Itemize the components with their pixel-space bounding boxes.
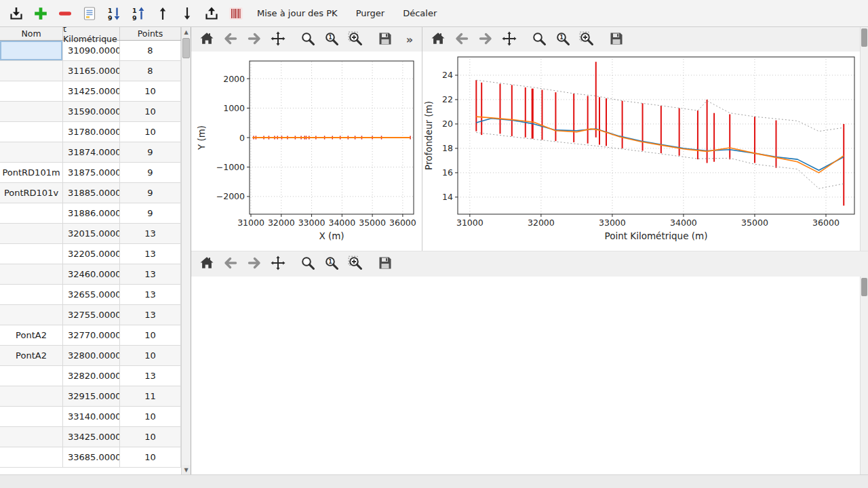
- table-cell[interactable]: [0, 285, 63, 305]
- table-row[interactable]: PontRD101v31885.00009: [0, 183, 181, 203]
- zoom-one-button[interactable]: 1: [323, 30, 340, 48]
- table-row[interactable]: 32205.000013: [0, 244, 181, 264]
- table-cell[interactable]: 31165.0000: [63, 61, 120, 81]
- table-cell[interactable]: 31886.0000: [63, 203, 120, 224]
- column-header[interactable]: t Kilométrique: [63, 27, 120, 40]
- home-button[interactable]: [198, 256, 216, 273]
- zoom-one-button[interactable]: 1: [323, 256, 340, 273]
- table-row[interactable]: 31425.000010: [0, 81, 181, 102]
- table-row[interactable]: 31090.00008: [0, 41, 181, 61]
- table-cell[interactable]: [0, 41, 63, 61]
- table-cell[interactable]: 31874.0000: [63, 142, 120, 163]
- table-cell[interactable]: 10: [120, 102, 181, 122]
- table-row[interactable]: 31874.00009: [0, 142, 181, 163]
- table-cell[interactable]: 31875.0000: [63, 163, 120, 183]
- table-row[interactable]: 31590.000010: [0, 102, 181, 122]
- forward-button[interactable]: [245, 30, 263, 48]
- table-cell[interactable]: [0, 102, 63, 122]
- zoom-plus-button[interactable]: [578, 30, 595, 48]
- save-button[interactable]: [608, 30, 625, 48]
- zoom-plus-button[interactable]: [347, 30, 364, 48]
- table-cell[interactable]: 10: [120, 447, 181, 468]
- table-row[interactable]: 32755.000013: [0, 305, 181, 325]
- delete-button[interactable]: [54, 3, 75, 24]
- scrollbar-thumb[interactable]: [861, 278, 867, 296]
- table-cell[interactable]: [0, 61, 63, 81]
- table-scrollbar[interactable]: ▲ ▼: [181, 27, 191, 474]
- pan-button[interactable]: [500, 30, 518, 48]
- table-row[interactable]: 31780.000010: [0, 122, 181, 142]
- table-cell[interactable]: [0, 142, 63, 163]
- zoom-one-button[interactable]: 1: [554, 30, 572, 48]
- table-cell[interactable]: 13: [120, 285, 181, 305]
- table-cell[interactable]: 33140.0000: [63, 407, 120, 427]
- table-cell[interactable]: [0, 305, 63, 325]
- table-cell[interactable]: 31590.0000: [63, 102, 120, 122]
- table-row[interactable]: 31165.00008: [0, 61, 181, 81]
- table-row[interactable]: 32915.000011: [0, 386, 181, 407]
- top-plots-scrollbar[interactable]: [860, 27, 868, 251]
- back-button[interactable]: [453, 30, 471, 48]
- table-cell[interactable]: 11: [120, 386, 181, 407]
- sort-descending-button[interactable]: 19: [103, 3, 124, 24]
- scrollbar-track[interactable]: [182, 37, 191, 465]
- table-cell[interactable]: 31425.0000: [63, 81, 120, 102]
- shift-button[interactable]: Décaler: [395, 5, 444, 22]
- table-cell[interactable]: 10: [120, 122, 181, 142]
- zoom-button[interactable]: [530, 30, 548, 48]
- zoom-button[interactable]: [299, 256, 317, 273]
- table-cell[interactable]: [0, 366, 63, 386]
- table-cell[interactable]: 13: [120, 244, 181, 264]
- table-cell[interactable]: 33425.0000: [63, 427, 120, 447]
- table-row[interactable]: PontA232770.000010: [0, 325, 181, 346]
- save-button[interactable]: [376, 256, 394, 273]
- home-button[interactable]: [429, 30, 447, 48]
- table-cell[interactable]: 8: [120, 61, 181, 81]
- scroll-up-arrow-icon[interactable]: ▲: [182, 27, 191, 37]
- profile-figure[interactable]: 3100032000330003400035000360001416182022…: [422, 52, 860, 251]
- table-cell[interactable]: 33685.0000: [63, 447, 120, 468]
- table-cell[interactable]: 32915.0000: [63, 386, 120, 407]
- table-cell[interactable]: 32655.0000: [63, 285, 120, 305]
- table-cell[interactable]: [0, 427, 63, 447]
- move-down-button[interactable]: [176, 3, 197, 24]
- update-pk-button[interactable]: Mise à jour des PK: [250, 5, 345, 22]
- table-row[interactable]: 33140.000010: [0, 407, 181, 427]
- table-cell[interactable]: 10: [120, 407, 181, 427]
- purge-button[interactable]: Purger: [349, 5, 393, 22]
- sort-ascending-button[interactable]: 19: [127, 3, 149, 24]
- edit-list-button[interactable]: [79, 3, 100, 24]
- forward-button[interactable]: [245, 256, 263, 273]
- scrollbar-thumb[interactable]: [861, 28, 867, 47]
- table-cell[interactable]: PontA2: [0, 346, 63, 366]
- move-up-button[interactable]: [152, 3, 173, 24]
- table-cell[interactable]: 10: [120, 427, 181, 447]
- save-button[interactable]: [376, 30, 394, 48]
- table-row[interactable]: 31886.00009: [0, 203, 181, 224]
- table-cell[interactable]: 32800.0000: [63, 346, 120, 366]
- forward-button[interactable]: [477, 30, 494, 48]
- table-cell[interactable]: 9: [120, 142, 181, 163]
- table-cell[interactable]: 9: [120, 203, 181, 224]
- table-cell[interactable]: [0, 264, 63, 285]
- back-button[interactable]: [222, 30, 239, 48]
- table-cell[interactable]: 31885.0000: [63, 183, 120, 203]
- table-row[interactable]: 32655.000013: [0, 285, 181, 305]
- table-cell[interactable]: 10: [120, 81, 181, 102]
- table-cell[interactable]: 32015.0000: [63, 224, 120, 244]
- table-cell[interactable]: [0, 203, 63, 224]
- table-row[interactable]: 33425.000010: [0, 427, 181, 447]
- bottom-figure[interactable]: [191, 277, 860, 474]
- table-cell[interactable]: 13: [120, 264, 181, 285]
- table-cell[interactable]: 32205.0000: [63, 244, 120, 264]
- table-cell[interactable]: PontA2: [0, 325, 63, 346]
- pan-button[interactable]: [269, 30, 287, 48]
- table-row[interactable]: 32015.000013: [0, 224, 181, 244]
- table-row[interactable]: 32820.000013: [0, 366, 181, 386]
- table-cell[interactable]: 8: [120, 41, 181, 61]
- scrollbar-thumb[interactable]: [182, 38, 190, 58]
- table-cell[interactable]: [0, 224, 63, 244]
- scroll-down-arrow-icon[interactable]: ▼: [182, 465, 191, 474]
- table-cell[interactable]: [0, 407, 63, 427]
- table-cell[interactable]: 13: [120, 224, 181, 244]
